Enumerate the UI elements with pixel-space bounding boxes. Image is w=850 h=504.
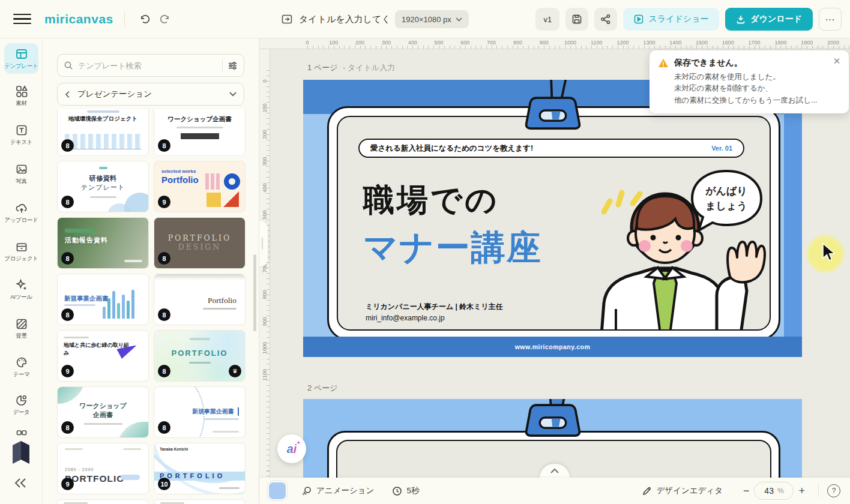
slide-title-line1[interactable]: 職場での <box>363 179 499 221</box>
toast-line: 未対応の素材を削除するか、 <box>674 83 840 94</box>
page-number: 1 ページ <box>307 63 337 72</box>
slide-title-line2[interactable]: マナー講座 <box>363 225 542 271</box>
slide-credit[interactable]: ミリカンパニー人事チーム | 鈴木ミリ主任 <box>366 302 503 312</box>
guide-book-button[interactable] <box>11 439 32 464</box>
save-error-toast: 保存できません。 ✕ 未対応の素材を使用しました。 未対応の素材を削除するか、 … <box>650 50 849 113</box>
page-title: - タイトル入力 <box>343 63 395 72</box>
template-title: 新規事業企画書 <box>64 295 109 303</box>
elements-icon <box>15 85 28 98</box>
template-thumbnail[interactable]: Portfolio 8 <box>154 274 246 325</box>
template-thumbnail[interactable]: 2080 - 2090 PORTFOLIO 9 <box>57 443 149 494</box>
download-icon <box>736 14 746 24</box>
template-thumbnail[interactable]: Tanaka Kenichi P O R T F O L I O 10 <box>154 443 246 494</box>
toast-close-button[interactable]: ✕ <box>831 55 843 67</box>
page-2-label[interactable]: 2 ページ <box>307 383 337 394</box>
template-thumbnail[interactable]: 新規事業企画書 8 <box>154 386 246 438</box>
template-thumbnail[interactable]: PORTFOLIO 8 ♛ <box>154 330 246 382</box>
theme-palette-icon <box>15 356 28 369</box>
slide-banner[interactable]: 愛される新入社員になるためのコツを教えます! Ver. 01 <box>358 139 744 158</box>
template-thumbnail[interactable]: PORTFOLIO DESIGN 8 <box>154 217 246 269</box>
document-title[interactable]: タイトルを入力してく... <box>299 14 389 25</box>
name-tag-inner: 愛される新入社員になるためのコツを教えます! Ver. 01 職場での マナー講… <box>337 116 771 331</box>
back-chevron-icon[interactable] <box>65 91 70 98</box>
template-thumbnail[interactable]: 地域環境保全プロジェクト 8 <box>57 109 149 156</box>
zoom-out-button[interactable]: − <box>738 485 755 497</box>
template-search[interactable] <box>57 54 244 77</box>
slide-email[interactable]: miri_info@example.co.jp <box>366 314 445 322</box>
zoom-percent-sign: % <box>777 487 784 495</box>
ai-sparkle-icon <box>15 278 28 292</box>
sidebar-item-theme[interactable]: テーマ <box>4 356 38 379</box>
double-chevron-left-icon <box>13 478 28 488</box>
template-thumbnail[interactable]: 新規事業企画書 8 <box>57 274 149 325</box>
page-count-badge: 8 <box>158 365 170 377</box>
share-button[interactable] <box>594 8 617 31</box>
template-thumbnail[interactable]: 地域と共に歩む緑の取り組み 9 <box>57 330 149 382</box>
sidebar-item-photo[interactable]: 写真 <box>4 163 38 185</box>
sidebar-item-data[interactable]: データ <box>4 394 38 416</box>
sidebar-label: 背景 <box>4 332 38 340</box>
template-thumbnail[interactable]: 研修資料 テンプレート 8 <box>57 161 149 212</box>
save-button[interactable] <box>565 8 588 31</box>
template-title: P O R T F O L I O <box>160 472 223 479</box>
page-count-badge: 8 <box>61 139 74 152</box>
category-dropdown[interactable]: プレゼンテーション <box>57 83 244 106</box>
ai-assistant-button[interactable]: ai ✦ <box>277 434 306 463</box>
text-icon <box>15 124 28 137</box>
zoom-in-button[interactable]: + <box>794 485 810 497</box>
more-options-button[interactable]: ⋯ <box>819 8 842 31</box>
thumbnail-art <box>219 487 240 489</box>
speech-line2: ましょう <box>705 200 747 212</box>
zoom-value: 43 <box>764 486 774 496</box>
duration-button[interactable]: 5秒 <box>392 485 419 496</box>
redo-button[interactable] <box>155 9 175 29</box>
sidebar-item-templates[interactable]: テンプレート <box>4 43 38 74</box>
sidebar-item-project[interactable]: プロジェクト <box>4 240 38 263</box>
page-color-swatch[interactable] <box>269 482 286 499</box>
canvas-size-dropdown[interactable]: 1920×1080 px <box>395 10 469 28</box>
thumbnail-art <box>154 274 245 280</box>
template-thumbnail[interactable] <box>154 499 246 504</box>
filter-icon[interactable] <box>228 61 238 71</box>
duration-label: 5秒 <box>406 485 419 496</box>
sidebar-item-background[interactable]: 背景 <box>4 317 38 340</box>
upload-icon <box>15 202 28 215</box>
template-thumbnail[interactable]: 活動報告資料 8 <box>57 217 149 269</box>
thumbnail-art <box>65 448 83 450</box>
slideshow-button[interactable]: スライドショー <box>623 8 719 31</box>
panel-scrollbar[interactable] <box>253 254 256 331</box>
animation-button[interactable]: アニメーション <box>301 485 374 496</box>
template-thumbnail[interactable]: ワークショップ企画書 8 <box>154 109 246 156</box>
slide-url[interactable]: www.miricompany.com <box>515 343 591 350</box>
editor-mode-button[interactable]: デザインエディタ <box>642 485 723 496</box>
zoom-level[interactable]: 43 % <box>754 482 794 500</box>
template-title: 活動報告資料 <box>65 236 148 245</box>
version-button[interactable]: v1 <box>535 8 559 31</box>
template-eyebrow: Tanaka Kenichi <box>160 447 188 451</box>
menu-icon[interactable] <box>13 10 31 28</box>
sidebar-item-upload[interactable]: アップロード <box>4 202 38 224</box>
name-tag-card[interactable]: 愛される新入社員になるためのコツを教えます! Ver. 01 職場での マナー講… <box>327 106 780 340</box>
slide-page-1[interactable]: 愛される新入社員になるためのコツを教えます! Ver. 01 職場での マナー講… <box>303 80 802 357</box>
template-thumbnail[interactable]: selected works Portfolio 9 <box>154 161 246 212</box>
collapse-sidebar-button[interactable] <box>13 478 28 488</box>
page-1-label[interactable]: 1 ページ - タイトル入力 <box>307 62 395 73</box>
banner-text: 愛される新入社員になるためのコツを教えます! <box>370 143 711 154</box>
template-thumbnail[interactable]: ワークショップ 企画書 8 <box>57 386 149 438</box>
left-sidebar: テンプレート 素材 テキスト 写真 アップロード プロジェクト AIツール <box>0 38 43 504</box>
chevron-down-icon <box>229 92 237 97</box>
undo-button[interactable] <box>134 9 155 29</box>
thumbnail-art <box>65 134 141 149</box>
panel-collapse-handle[interactable] <box>259 221 268 266</box>
page-count-badge: 8 <box>61 252 74 265</box>
template-thumbnail[interactable] <box>57 499 149 504</box>
help-button[interactable]: ? <box>827 484 840 497</box>
sidebar-item-text[interactable]: テキスト <box>4 124 38 146</box>
sidebar-item-partial[interactable] <box>4 427 38 436</box>
sidebar-item-elements[interactable]: 素材 <box>4 85 38 107</box>
search-input[interactable] <box>78 61 217 70</box>
share-icon <box>600 14 611 25</box>
sidebar-item-ai-tools[interactable]: AIツール <box>4 278 38 301</box>
download-button[interactable]: ダウンロード <box>725 8 813 31</box>
thumbnail-art <box>189 362 211 364</box>
